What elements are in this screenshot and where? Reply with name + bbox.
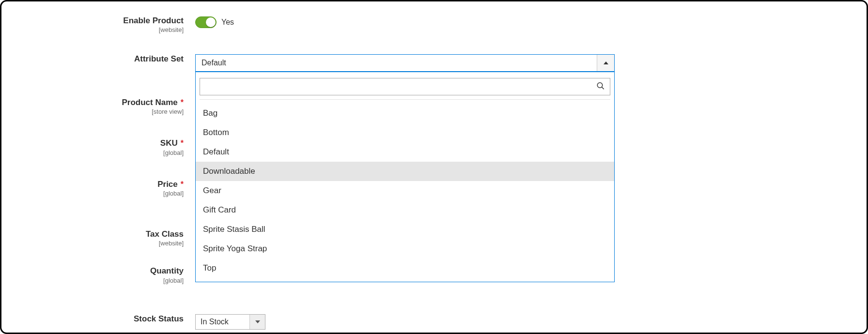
enable-product-value: Yes bbox=[221, 18, 234, 27]
label-stock-status: Stock Status bbox=[16, 314, 184, 324]
attribute-set-options-list: BagBottomDefaultDownloadableGearGift Car… bbox=[196, 102, 614, 282]
attribute-set-caret[interactable] bbox=[597, 55, 614, 71]
search-icon bbox=[596, 81, 605, 91]
product-form-panel: Enable Product [website] Yes Attribute S… bbox=[0, 0, 868, 334]
toggle-knob bbox=[206, 17, 216, 27]
scope-sku: [global] bbox=[16, 150, 184, 156]
attribute-set-option[interactable]: Sprite Yoga Strap bbox=[196, 239, 614, 258]
attribute-set-option[interactable]: Default bbox=[196, 142, 614, 162]
scope-product-name: [store view] bbox=[16, 108, 184, 115]
attribute-set-option[interactable]: Gift Card bbox=[196, 200, 614, 220]
label-attribute-set: Attribute Set bbox=[16, 54, 184, 64]
required-asterisk: * bbox=[181, 180, 184, 189]
row-enable-product: Enable Product [website] Yes bbox=[16, 16, 852, 34]
chevron-up-icon bbox=[604, 61, 608, 64]
stock-status-caret[interactable] bbox=[249, 315, 265, 329]
dropdown-divider bbox=[200, 99, 610, 100]
required-asterisk: * bbox=[181, 138, 184, 148]
attribute-set-select[interactable]: Default bbox=[195, 54, 615, 72]
required-asterisk: * bbox=[181, 98, 184, 107]
attribute-set-dropdown: BagBottomDefaultDownloadableGearGift Car… bbox=[195, 72, 615, 282]
svg-point-0 bbox=[597, 82, 603, 88]
scope-enable-product: [website] bbox=[16, 27, 184, 33]
row-attribute-set: Attribute Set Default bbox=[16, 54, 852, 72]
attribute-set-option[interactable]: Downloadable bbox=[196, 162, 614, 181]
svg-line-1 bbox=[602, 87, 604, 89]
enable-product-toggle[interactable] bbox=[195, 16, 217, 28]
scope-quantity: [global] bbox=[16, 277, 184, 284]
label-tax-class: Tax Class bbox=[16, 229, 184, 239]
label-price: Price* bbox=[16, 180, 184, 189]
label-quantity: Quantity bbox=[16, 266, 184, 276]
stock-status-selected-value: In Stock bbox=[196, 315, 249, 329]
stock-status-select[interactable]: In Stock bbox=[195, 314, 265, 330]
label-sku: SKU* bbox=[16, 138, 184, 148]
attribute-set-option[interactable]: Bottom bbox=[196, 123, 614, 142]
scope-tax-class: [website] bbox=[16, 240, 184, 247]
chevron-down-icon bbox=[255, 320, 260, 323]
attribute-set-option[interactable]: Gear bbox=[196, 181, 614, 200]
attribute-set-option[interactable]: Sprite Stasis Ball bbox=[196, 220, 614, 239]
label-product-name: Product Name* bbox=[16, 98, 184, 107]
attribute-set-option[interactable]: Bag bbox=[196, 104, 614, 123]
row-stock-status: Stock Status In Stock bbox=[16, 314, 852, 330]
attribute-set-search bbox=[200, 78, 610, 95]
attribute-set-selected-value: Default bbox=[196, 55, 597, 71]
attribute-set-option[interactable]: Top bbox=[196, 258, 614, 278]
scope-price: [global] bbox=[16, 190, 184, 197]
label-enable-product: Enable Product bbox=[16, 16, 184, 26]
attribute-set-search-input[interactable] bbox=[200, 78, 590, 95]
